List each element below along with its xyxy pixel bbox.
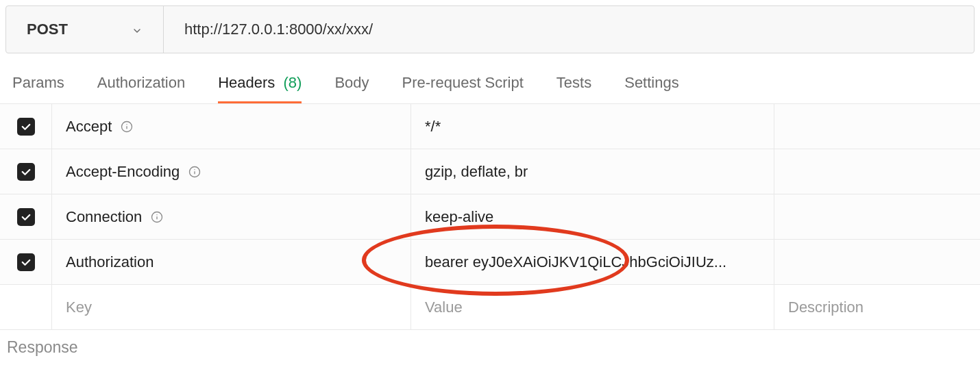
header-desc-cell[interactable] [774, 194, 980, 239]
tab-settings[interactable]: Settings [624, 67, 679, 103]
header-key-placeholder[interactable]: Key [52, 285, 411, 329]
tab-params[interactable]: Params [12, 67, 64, 103]
checkbox[interactable] [17, 118, 35, 136]
checkbox[interactable] [17, 163, 35, 181]
tab-body[interactable]: Body [334, 67, 369, 103]
header-row: Accept */* [0, 104, 980, 149]
info-icon[interactable] [188, 165, 201, 179]
tab-headers[interactable]: Headers (8) [218, 67, 302, 103]
header-row-checkbox-cell [0, 285, 52, 329]
chevron-down-icon [132, 24, 143, 35]
header-desc-cell[interactable] [774, 149, 980, 194]
header-key-cell[interactable]: Authorization [52, 240, 411, 284]
header-row-checkbox-cell [0, 149, 52, 194]
header-desc-cell[interactable] [774, 240, 980, 284]
svg-point-2 [127, 124, 127, 125]
tab-prerequest[interactable]: Pre-request Script [402, 67, 524, 103]
url-input[interactable] [164, 6, 974, 53]
header-row: Connection keep-alive [0, 194, 980, 240]
svg-point-8 [157, 214, 158, 215]
header-key: Authorization [66, 253, 154, 271]
header-value: gzip, deflate, br [425, 163, 528, 181]
header-desc-placeholder-text: Description [788, 299, 863, 316]
request-bar: POST [5, 5, 975, 53]
header-row-checkbox-cell [0, 194, 52, 239]
header-desc-cell[interactable] [774, 104, 980, 149]
header-key: Accept [66, 118, 112, 136]
header-key: Connection [66, 208, 142, 226]
header-row: Authorization bearer eyJ0eXAiOiJKV1QiLCJ… [0, 240, 980, 285]
header-row-checkbox-cell [0, 240, 52, 284]
http-method-label: POST [27, 21, 68, 38]
info-icon[interactable] [150, 210, 164, 224]
header-key-cell[interactable]: Accept-Encoding [52, 149, 411, 194]
headers-table-wrap: Accept */* Accept-Encoding [0, 103, 980, 330]
response-section-label: Response [0, 330, 980, 365]
header-key-placeholder-text: Key [66, 299, 92, 316]
info-icon[interactable] [120, 120, 134, 134]
header-value-cell[interactable]: */* [411, 104, 774, 149]
header-value-cell[interactable]: gzip, deflate, br [411, 149, 774, 194]
header-value-placeholder[interactable]: Value [411, 285, 774, 329]
header-value: keep-alive [425, 208, 493, 226]
header-row-checkbox-cell [0, 104, 52, 149]
checkbox[interactable] [17, 253, 35, 271]
header-key: Accept-Encoding [66, 163, 180, 181]
tab-tests[interactable]: Tests [556, 67, 591, 103]
header-desc-placeholder[interactable]: Description [774, 285, 980, 329]
tab-headers-count: (8) [284, 74, 302, 91]
header-key-cell[interactable]: Connection [52, 194, 411, 239]
header-value-placeholder-text: Value [425, 299, 463, 316]
header-placeholder-row: Key Value Description [0, 285, 980, 330]
header-value: bearer eyJ0eXAiOiJKV1QiLCJhbGciOiJIUz... [425, 253, 726, 271]
tab-authorization[interactable]: Authorization [97, 67, 185, 103]
header-key-cell[interactable]: Accept [52, 104, 411, 149]
header-value: */* [425, 118, 441, 136]
header-value-cell[interactable]: bearer eyJ0eXAiOiJKV1QiLCJhbGciOiJIUz... [411, 240, 774, 284]
header-row: Accept-Encoding gzip, deflate, br [0, 149, 980, 194]
header-value-cell[interactable]: keep-alive [411, 194, 774, 239]
svg-point-5 [195, 169, 195, 170]
tab-headers-label: Headers [218, 74, 275, 91]
request-tabs: Params Authorization Headers (8) Body Pr… [0, 59, 980, 103]
checkbox[interactable] [17, 208, 35, 226]
http-method-select[interactable]: POST [6, 6, 164, 53]
headers-table: Accept */* Accept-Encoding [0, 103, 980, 330]
